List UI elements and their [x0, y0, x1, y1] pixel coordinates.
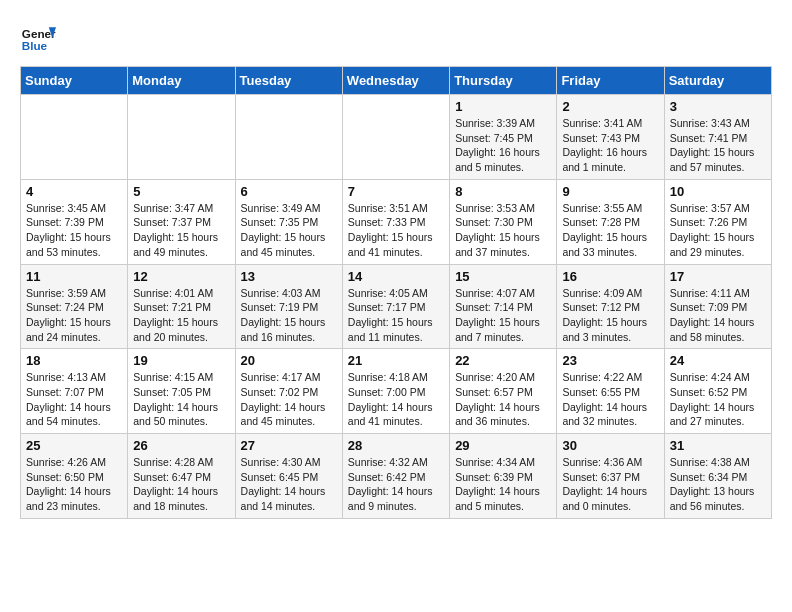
calendar-cell: 31Sunrise: 4:38 AM Sunset: 6:34 PM Dayli…: [664, 434, 771, 519]
weekday-header-friday: Friday: [557, 67, 664, 95]
weekday-header-thursday: Thursday: [450, 67, 557, 95]
day-number: 9: [562, 184, 658, 199]
logo: General Blue: [20, 20, 62, 56]
day-number: 22: [455, 353, 551, 368]
day-number: 14: [348, 269, 444, 284]
day-info: Sunrise: 3:55 AM Sunset: 7:28 PM Dayligh…: [562, 201, 658, 260]
day-info: Sunrise: 4:03 AM Sunset: 7:19 PM Dayligh…: [241, 286, 337, 345]
calendar-cell: [235, 95, 342, 180]
day-info: Sunrise: 4:34 AM Sunset: 6:39 PM Dayligh…: [455, 455, 551, 514]
day-info: Sunrise: 3:49 AM Sunset: 7:35 PM Dayligh…: [241, 201, 337, 260]
day-number: 12: [133, 269, 229, 284]
calendar-cell: 24Sunrise: 4:24 AM Sunset: 6:52 PM Dayli…: [664, 349, 771, 434]
day-info: Sunrise: 3:45 AM Sunset: 7:39 PM Dayligh…: [26, 201, 122, 260]
calendar-cell: 26Sunrise: 4:28 AM Sunset: 6:47 PM Dayli…: [128, 434, 235, 519]
day-number: 19: [133, 353, 229, 368]
day-info: Sunrise: 4:13 AM Sunset: 7:07 PM Dayligh…: [26, 370, 122, 429]
day-number: 16: [562, 269, 658, 284]
day-number: 4: [26, 184, 122, 199]
day-number: 31: [670, 438, 766, 453]
calendar-cell: 21Sunrise: 4:18 AM Sunset: 7:00 PM Dayli…: [342, 349, 449, 434]
calendar-cell: 8Sunrise: 3:53 AM Sunset: 7:30 PM Daylig…: [450, 179, 557, 264]
calendar-week-row: 18Sunrise: 4:13 AM Sunset: 7:07 PM Dayli…: [21, 349, 772, 434]
calendar-cell: [21, 95, 128, 180]
calendar-cell: 3Sunrise: 3:43 AM Sunset: 7:41 PM Daylig…: [664, 95, 771, 180]
day-number: 8: [455, 184, 551, 199]
calendar-cell: 2Sunrise: 3:41 AM Sunset: 7:43 PM Daylig…: [557, 95, 664, 180]
day-number: 29: [455, 438, 551, 453]
calendar-cell: 28Sunrise: 4:32 AM Sunset: 6:42 PM Dayli…: [342, 434, 449, 519]
calendar-cell: 12Sunrise: 4:01 AM Sunset: 7:21 PM Dayli…: [128, 264, 235, 349]
day-number: 1: [455, 99, 551, 114]
weekday-header-monday: Monday: [128, 67, 235, 95]
day-number: 24: [670, 353, 766, 368]
calendar-cell: 16Sunrise: 4:09 AM Sunset: 7:12 PM Dayli…: [557, 264, 664, 349]
day-info: Sunrise: 4:26 AM Sunset: 6:50 PM Dayligh…: [26, 455, 122, 514]
calendar-cell: 1Sunrise: 3:39 AM Sunset: 7:45 PM Daylig…: [450, 95, 557, 180]
day-info: Sunrise: 4:11 AM Sunset: 7:09 PM Dayligh…: [670, 286, 766, 345]
page-header: General Blue: [20, 20, 772, 56]
weekday-header-wednesday: Wednesday: [342, 67, 449, 95]
day-info: Sunrise: 4:20 AM Sunset: 6:57 PM Dayligh…: [455, 370, 551, 429]
day-number: 28: [348, 438, 444, 453]
day-info: Sunrise: 3:51 AM Sunset: 7:33 PM Dayligh…: [348, 201, 444, 260]
calendar-cell: 5Sunrise: 3:47 AM Sunset: 7:37 PM Daylig…: [128, 179, 235, 264]
day-number: 27: [241, 438, 337, 453]
day-info: Sunrise: 4:32 AM Sunset: 6:42 PM Dayligh…: [348, 455, 444, 514]
day-info: Sunrise: 3:39 AM Sunset: 7:45 PM Dayligh…: [455, 116, 551, 175]
day-info: Sunrise: 4:15 AM Sunset: 7:05 PM Dayligh…: [133, 370, 229, 429]
weekday-header-sunday: Sunday: [21, 67, 128, 95]
day-number: 6: [241, 184, 337, 199]
calendar-cell: 14Sunrise: 4:05 AM Sunset: 7:17 PM Dayli…: [342, 264, 449, 349]
day-info: Sunrise: 4:05 AM Sunset: 7:17 PM Dayligh…: [348, 286, 444, 345]
calendar-cell: 25Sunrise: 4:26 AM Sunset: 6:50 PM Dayli…: [21, 434, 128, 519]
calendar-cell: [342, 95, 449, 180]
calendar-cell: 20Sunrise: 4:17 AM Sunset: 7:02 PM Dayli…: [235, 349, 342, 434]
day-info: Sunrise: 4:24 AM Sunset: 6:52 PM Dayligh…: [670, 370, 766, 429]
day-info: Sunrise: 4:09 AM Sunset: 7:12 PM Dayligh…: [562, 286, 658, 345]
calendar-cell: 23Sunrise: 4:22 AM Sunset: 6:55 PM Dayli…: [557, 349, 664, 434]
svg-text:Blue: Blue: [22, 39, 48, 52]
day-info: Sunrise: 3:47 AM Sunset: 7:37 PM Dayligh…: [133, 201, 229, 260]
day-number: 25: [26, 438, 122, 453]
day-info: Sunrise: 4:38 AM Sunset: 6:34 PM Dayligh…: [670, 455, 766, 514]
day-info: Sunrise: 3:53 AM Sunset: 7:30 PM Dayligh…: [455, 201, 551, 260]
day-info: Sunrise: 3:41 AM Sunset: 7:43 PM Dayligh…: [562, 116, 658, 175]
day-number: 17: [670, 269, 766, 284]
day-info: Sunrise: 4:22 AM Sunset: 6:55 PM Dayligh…: [562, 370, 658, 429]
calendar-cell: 22Sunrise: 4:20 AM Sunset: 6:57 PM Dayli…: [450, 349, 557, 434]
day-number: 15: [455, 269, 551, 284]
calendar-week-row: 1Sunrise: 3:39 AM Sunset: 7:45 PM Daylig…: [21, 95, 772, 180]
calendar-cell: 15Sunrise: 4:07 AM Sunset: 7:14 PM Dayli…: [450, 264, 557, 349]
day-number: 30: [562, 438, 658, 453]
day-info: Sunrise: 4:28 AM Sunset: 6:47 PM Dayligh…: [133, 455, 229, 514]
calendar-cell: 19Sunrise: 4:15 AM Sunset: 7:05 PM Dayli…: [128, 349, 235, 434]
calendar-cell: 11Sunrise: 3:59 AM Sunset: 7:24 PM Dayli…: [21, 264, 128, 349]
calendar-week-row: 25Sunrise: 4:26 AM Sunset: 6:50 PM Dayli…: [21, 434, 772, 519]
calendar-cell: 6Sunrise: 3:49 AM Sunset: 7:35 PM Daylig…: [235, 179, 342, 264]
day-info: Sunrise: 3:43 AM Sunset: 7:41 PM Dayligh…: [670, 116, 766, 175]
calendar-week-row: 4Sunrise: 3:45 AM Sunset: 7:39 PM Daylig…: [21, 179, 772, 264]
calendar-cell: 4Sunrise: 3:45 AM Sunset: 7:39 PM Daylig…: [21, 179, 128, 264]
day-number: 10: [670, 184, 766, 199]
day-info: Sunrise: 4:36 AM Sunset: 6:37 PM Dayligh…: [562, 455, 658, 514]
day-info: Sunrise: 4:30 AM Sunset: 6:45 PM Dayligh…: [241, 455, 337, 514]
weekday-header-tuesday: Tuesday: [235, 67, 342, 95]
calendar-cell: [128, 95, 235, 180]
calendar-cell: 17Sunrise: 4:11 AM Sunset: 7:09 PM Dayli…: [664, 264, 771, 349]
day-number: 21: [348, 353, 444, 368]
day-info: Sunrise: 3:59 AM Sunset: 7:24 PM Dayligh…: [26, 286, 122, 345]
logo-icon: General Blue: [20, 20, 56, 56]
calendar-cell: 13Sunrise: 4:03 AM Sunset: 7:19 PM Dayli…: [235, 264, 342, 349]
day-number: 11: [26, 269, 122, 284]
day-number: 20: [241, 353, 337, 368]
calendar-cell: 29Sunrise: 4:34 AM Sunset: 6:39 PM Dayli…: [450, 434, 557, 519]
day-info: Sunrise: 4:18 AM Sunset: 7:00 PM Dayligh…: [348, 370, 444, 429]
calendar-cell: 7Sunrise: 3:51 AM Sunset: 7:33 PM Daylig…: [342, 179, 449, 264]
day-number: 26: [133, 438, 229, 453]
calendar-table: SundayMondayTuesdayWednesdayThursdayFrid…: [20, 66, 772, 519]
calendar-header-row: SundayMondayTuesdayWednesdayThursdayFrid…: [21, 67, 772, 95]
calendar-cell: 30Sunrise: 4:36 AM Sunset: 6:37 PM Dayli…: [557, 434, 664, 519]
calendar-cell: 27Sunrise: 4:30 AM Sunset: 6:45 PM Dayli…: [235, 434, 342, 519]
day-number: 18: [26, 353, 122, 368]
